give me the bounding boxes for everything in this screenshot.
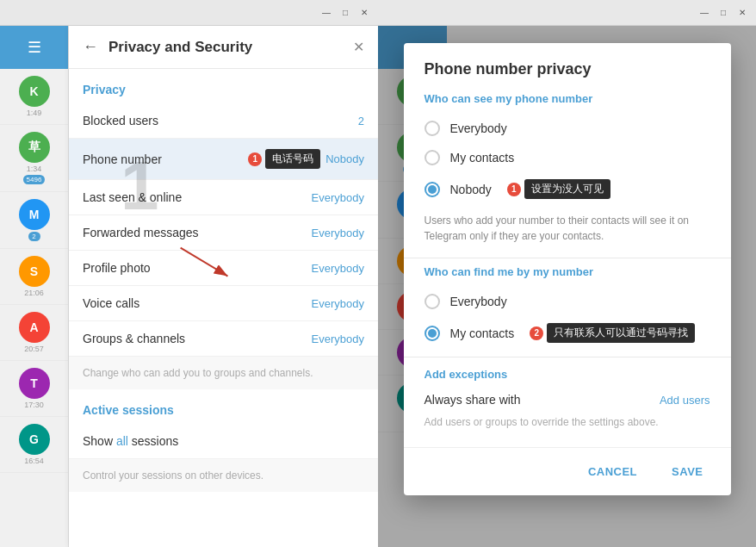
always-share-label: Always share with: [424, 393, 521, 407]
last-seen-value: Everybody: [312, 191, 364, 204]
radio-everybody-1[interactable]: Everybody: [424, 114, 710, 143]
chat-time-2: 1:34: [27, 165, 42, 173]
dialog-overlay: Phone number privacy Who can see my phon…: [378, 26, 756, 547]
radio-circle-contacts-1: [424, 150, 440, 165]
dialog-divider-1: [404, 258, 731, 258]
phone-number-item[interactable]: Phone number 1 电话号码 Nobody: [69, 139, 378, 180]
phone-privacy-dialog: Phone number privacy Who can see my phon…: [404, 43, 731, 495]
last-seen-label: Last seen & online: [83, 190, 312, 204]
chat-item-2[interactable]: 草 1:34 5496: [0, 125, 68, 192]
chat-item-4[interactable]: S 21:06: [0, 249, 68, 305]
left-titlebar: — □ ✕: [0, 0, 378, 26]
groups-channels-value: Everybody: [312, 333, 364, 345]
section1-title: Who can see my phone number: [424, 92, 710, 105]
avatar-2: 草: [19, 132, 50, 163]
share-row: Always share with Add users: [424, 389, 710, 410]
phone-annotation-bubble: 电话号码: [265, 149, 320, 169]
avatar-5: A: [19, 312, 50, 343]
badge-3: 2: [28, 232, 40, 241]
groups-channels-label: Groups & channels: [83, 332, 312, 345]
radio-label-everybody-1: Everybody: [450, 121, 507, 135]
chat-meta-1: 1:49: [27, 109, 42, 117]
minimize-btn[interactable]: —: [319, 6, 333, 20]
dialog-note: Users who add your number to their conta…: [424, 213, 710, 244]
chat-meta-6: 17:30: [24, 401, 44, 409]
hamburger-icon[interactable]: ☰: [28, 38, 41, 57]
radio-my-contacts-2[interactable]: My contacts 2 只有联系人可以通过号码寻找: [424, 316, 710, 350]
groups-channels-item[interactable]: Groups & channels Everybody: [69, 321, 378, 357]
privacy-section-label: Privacy: [69, 69, 378, 103]
active-sessions-label: Active sessions: [69, 389, 378, 424]
chat-time-5: 20:57: [24, 345, 44, 353]
chat-meta-4: 21:06: [24, 289, 44, 297]
voice-calls-label: Voice calls: [83, 296, 312, 310]
chat-meta-2: 1:34 5496: [23, 165, 46, 184]
panel-content: Privacy Blocked users 2 Phone number 1 电…: [69, 69, 378, 547]
groups-hint: Change who can add you to groups and cha…: [69, 357, 378, 389]
back-button[interactable]: ←: [83, 38, 98, 56]
last-seen-item[interactable]: Last seen & online Everybody: [69, 180, 378, 215]
chat-item-7[interactable]: G 16:54: [0, 417, 68, 473]
badge-2: 5496: [23, 175, 46, 184]
right-titlebar: — □ ✕: [378, 0, 756, 26]
blocked-users-label: Blocked users: [83, 114, 358, 127]
panel-header: ← Privacy and Security ✕: [69, 26, 378, 69]
radio-circle-everybody-1: [424, 121, 440, 136]
tooltip-contacts: 只有联系人可以通过号码寻找: [547, 323, 695, 343]
radio-my-contacts-1[interactable]: My contacts: [424, 143, 710, 172]
panel-title: Privacy and Security: [108, 39, 343, 56]
dialog-title: Phone number privacy: [424, 60, 710, 78]
radio-circle-everybody-2: [424, 294, 440, 309]
avatar-6: T: [19, 368, 50, 399]
right-close-btn[interactable]: ✕: [735, 6, 749, 20]
blocked-users-value: 2: [358, 115, 364, 127]
left-main-area: ☰ K 1:49 草 1:34 5496 M: [0, 26, 378, 547]
contacts-annotation: 2 只有联系人可以通过号码寻找: [530, 323, 695, 343]
chat-item-5[interactable]: A 20:57: [0, 305, 68, 361]
forwarded-messages-item[interactable]: Forwarded messages Everybody: [69, 215, 378, 251]
chat-item-6[interactable]: T 17:30: [0, 361, 68, 417]
profile-photo-item[interactable]: Profile photo Everybody: [69, 251, 378, 286]
radio-label-nobody: Nobody: [450, 183, 492, 196]
radio-circle-contacts-2: [424, 326, 440, 341]
avatar-3: M: [19, 199, 50, 230]
cancel-button[interactable]: CANCEL: [574, 458, 651, 485]
right-maximize-btn[interactable]: □: [716, 6, 730, 20]
chat-item-3[interactable]: M 2: [0, 192, 68, 249]
dialog-content: Phone number privacy Who can see my phon…: [404, 43, 731, 447]
right-main-area: K 1:49 草 496 M 2 S A T: [378, 26, 756, 547]
voice-calls-item[interactable]: Voice calls Everybody: [69, 286, 378, 321]
profile-photo-label: Profile photo: [83, 261, 312, 275]
maximize-btn[interactable]: □: [338, 6, 352, 20]
share-note: Add users or groups to override the sett…: [424, 415, 710, 430]
tooltip-nobody: 设置为没人可见: [524, 179, 610, 199]
step-circle-contacts: 2: [530, 326, 543, 340]
avatar-7: G: [19, 424, 50, 455]
dialog-footer: CANCEL SAVE: [404, 447, 731, 495]
chat-meta-3: 2: [28, 232, 40, 241]
radio-everybody-2[interactable]: Everybody: [424, 287, 710, 316]
left-window: — □ ✕ ☰ K 1:49 草 1:34: [0, 0, 378, 547]
save-button[interactable]: SAVE: [658, 458, 716, 485]
add-exceptions-title: Add exceptions: [424, 368, 710, 381]
step-circle-nobody: 1: [507, 183, 521, 196]
chat-meta-5: 20:57: [24, 345, 44, 353]
add-users-button[interactable]: Add users: [660, 394, 710, 407]
avatar-4: S: [19, 256, 50, 287]
chat-meta-7: 16:54: [24, 457, 44, 465]
radio-circle-nobody: [424, 182, 440, 197]
privacy-panel: ← Privacy and Security ✕ Privacy Blocked…: [69, 26, 378, 547]
show-sessions-label: Show all sessions: [83, 434, 364, 448]
right-minimize-btn[interactable]: —: [697, 6, 711, 20]
show-sessions-item[interactable]: Show all sessions: [69, 424, 378, 459]
forwarded-messages-label: Forwarded messages: [83, 226, 312, 239]
radio-label-everybody-2: Everybody: [450, 295, 507, 308]
close-btn-left[interactable]: ✕: [357, 6, 371, 20]
radio-label-contacts-2: My contacts: [450, 326, 515, 340]
blocked-users-item[interactable]: Blocked users 2: [69, 103, 378, 139]
dialog-divider-2: [404, 357, 731, 357]
chat-item-1[interactable]: K 1:49: [0, 69, 68, 125]
close-panel-button[interactable]: ✕: [353, 39, 364, 55]
radio-nobody[interactable]: Nobody 1 设置为没人可见: [424, 172, 710, 206]
chat-time-7: 16:54: [24, 457, 44, 465]
